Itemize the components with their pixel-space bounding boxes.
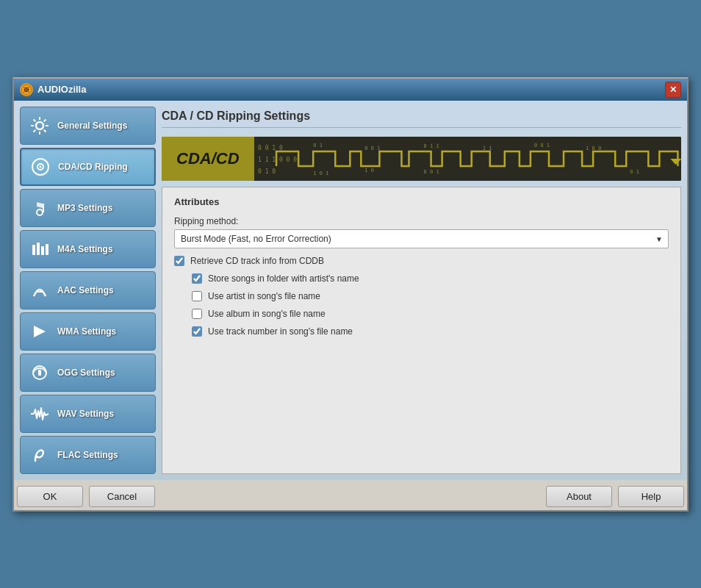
svg-text:1 0 1: 1 0 1 (313, 171, 328, 176)
wma-label: WMA Settings (57, 326, 116, 337)
store-artist-checkbox[interactable] (192, 273, 202, 284)
sidebar: General Settings CDA/CD Ripping (20, 107, 156, 474)
sidebar-item-aac[interactable]: AAC Settings (20, 271, 156, 309)
general-settings-label: General Settings (57, 121, 127, 131)
svg-text:0 0 1: 0 0 1 (423, 169, 439, 175)
svg-rect-7 (43, 204, 44, 212)
sidebar-item-general[interactable]: General Settings (20, 107, 156, 145)
cancel-button[interactable]: Cancel (89, 486, 155, 507)
svg-text:0 1 0: 0 1 0 (258, 168, 276, 175)
help-button[interactable]: Help (618, 486, 684, 507)
app-icon (20, 83, 33, 96)
mp3-icon (28, 196, 51, 220)
svg-point-5 (40, 165, 42, 168)
cd-signal: 0 0 1 0 1 1 1 0 0 0 0 1 0 0 1 1 0 1 0 0 … (254, 137, 681, 181)
flac-icon (28, 443, 51, 467)
track-filename-checkbox[interactable] (192, 326, 202, 337)
m4a-label: M4A Settings (57, 244, 113, 254)
track-filename-label: Use track number in song's file name (208, 326, 353, 337)
checkbox-retrieve-cddb: Retrieve CD track info from CDDB (174, 256, 669, 266)
checkbox-artist-filename: Use artist in song's file name (192, 291, 669, 301)
attributes-title: Attributes (174, 196, 669, 207)
ogg-icon (28, 361, 51, 384)
about-button[interactable]: About (546, 486, 612, 507)
svg-text:0 0 1 0: 0 0 1 0 (258, 145, 283, 151)
sidebar-item-m4a[interactable]: M4A Settings (20, 230, 156, 268)
svg-marker-12 (34, 326, 46, 337)
sidebar-item-mp3[interactable]: MP3 Settings (20, 189, 156, 227)
mp3-label: MP3 Settings (57, 203, 112, 213)
ogg-label: OGG Settings (57, 368, 115, 378)
sidebar-item-wav[interactable]: WAV Settings (20, 395, 156, 433)
ripping-method-label: Ripping method: (174, 216, 669, 226)
checkbox-track-filename: Use track number in song's file name (192, 326, 669, 337)
svg-text:0 1: 0 1 (630, 169, 639, 175)
window-title: AUDIOzilla (37, 84, 86, 95)
footer: OK Cancel About Help (14, 480, 687, 510)
svg-text:0 0 1: 0 0 1 (534, 143, 550, 148)
album-filename-checkbox[interactable] (192, 309, 202, 319)
svg-rect-11 (46, 244, 48, 255)
svg-rect-9 (37, 243, 40, 255)
title-bar: AUDIOzilla ✕ (14, 79, 687, 101)
aac-label: AAC Settings (57, 285, 114, 295)
cd-banner: CDA/CD 0 0 1 0 1 1 1 0 0 0 0 1 0 0 1 1 0… (162, 137, 681, 181)
cda-cd-icon (29, 155, 52, 179)
sidebar-item-flac[interactable]: FLAC Settings (20, 436, 156, 474)
aac-icon (28, 279, 51, 302)
sidebar-item-ogg[interactable]: OGG Settings (20, 354, 156, 392)
ripping-method-select[interactable]: Burst Mode (Fast, no Error Correction) P… (174, 229, 669, 248)
window-body: General Settings CDA/CD Ripping (14, 101, 687, 480)
store-artist-label: Store songs in folder with artist's name (208, 273, 359, 284)
svg-point-2 (36, 122, 43, 129)
artist-filename-checkbox[interactable] (192, 291, 202, 301)
svg-rect-14 (38, 370, 41, 376)
ripping-method-dropdown-wrapper: Burst Mode (Fast, no Error Correction) P… (174, 229, 669, 248)
checkbox-store-artist: Store songs in folder with artist's name (192, 273, 669, 284)
sidebar-item-cda-cd[interactable]: CDA/CD Ripping (20, 148, 156, 186)
sidebar-item-wma[interactable]: WMA Settings (20, 312, 156, 351)
retrieve-cddb-checkbox[interactable] (174, 256, 184, 266)
title-bar-left: AUDIOzilla (20, 83, 86, 96)
svg-text:1 0: 1 0 (364, 168, 374, 173)
svg-text:0 1 1: 0 1 1 (423, 143, 439, 149)
retrieve-cddb-label: Retrieve CD track info from CDDB (190, 256, 324, 266)
artist-filename-label: Use artist in song's file name (208, 291, 320, 301)
flac-label: FLAC Settings (57, 450, 118, 460)
svg-point-6 (37, 209, 43, 215)
svg-text:0 1: 0 1 (313, 143, 323, 148)
attributes-panel: Attributes Ripping method: Burst Mode (F… (162, 187, 681, 474)
main-window: AUDIOzilla ✕ General Settings (12, 77, 689, 512)
wav-label: WAV Settings (57, 409, 114, 419)
cda-cd-label: CDA/CD Ripping (58, 162, 128, 172)
cd-banner-label: CDA/CD (162, 137, 254, 181)
main-content: CDA / CD Ripping Settings CDA/CD 0 0 1 0… (162, 107, 681, 474)
svg-rect-10 (41, 246, 44, 255)
footer-right: About Help (546, 486, 684, 507)
svg-text:0 0 1: 0 0 1 (364, 146, 380, 151)
svg-text:1 1 1 0 0 0: 1 1 1 0 0 0 (258, 157, 297, 163)
svg-marker-28 (670, 153, 681, 165)
wav-icon (28, 402, 51, 426)
ripping-method-row: Ripping method: Burst Mode (Fast, no Err… (174, 216, 669, 248)
svg-rect-8 (32, 245, 35, 255)
album-filename-label: Use album in song's file name (208, 309, 326, 319)
checkbox-album-filename: Use album in song's file name (192, 309, 669, 319)
close-button[interactable]: ✕ (665, 82, 681, 98)
m4a-icon (28, 237, 51, 261)
wma-icon (28, 320, 51, 343)
general-settings-icon (28, 114, 51, 137)
ok-button[interactable]: OK (17, 486, 83, 507)
footer-left: OK Cancel (17, 486, 155, 507)
page-header: CDA / CD Ripping Settings (162, 107, 681, 128)
